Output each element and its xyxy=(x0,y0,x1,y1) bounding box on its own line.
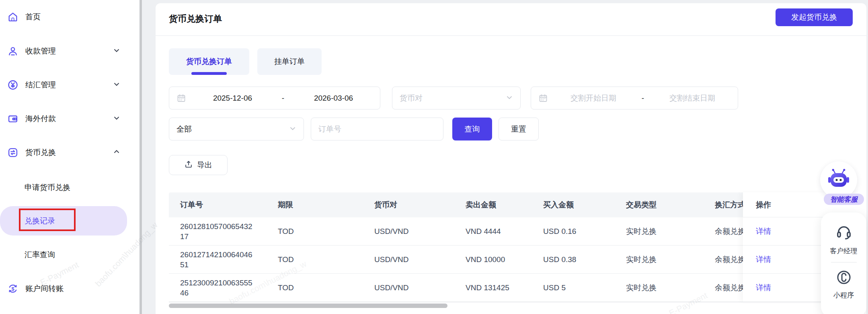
sidebar-subitem-apply-exchange[interactable]: 申请货币兑换 xyxy=(25,182,70,193)
order-number-field xyxy=(311,118,443,140)
order-date-start-value[interactable]: 2025-12-06 xyxy=(186,94,279,103)
detail-link[interactable]: 详情 xyxy=(756,254,771,265)
robot-icon xyxy=(827,168,850,192)
cell-order-no: 2601281057006543217 xyxy=(180,221,255,242)
cell-tenor: TOD xyxy=(278,227,294,236)
status-select-value: 全部 xyxy=(176,124,192,134)
sidebar-item-home[interactable]: 首页 xyxy=(0,7,140,27)
cell-order-no: 2601271421006404651 xyxy=(180,250,255,270)
main-panel: 货币兑换订单 发起货币兑换 货币兑换订单 挂单订单 2025-12-06 - 2… xyxy=(156,3,866,314)
table-bottom-border xyxy=(169,302,860,302)
export-icon xyxy=(184,160,193,171)
currency-exchange-page: E-Payment baofu.com\huadong_w baofu.com\… xyxy=(0,0,868,314)
yuan-circle-icon xyxy=(7,79,19,91)
wallet-icon xyxy=(7,113,19,125)
ai-service-label: 智能客服 xyxy=(830,195,858,204)
tab-pending-orders[interactable]: 挂单订单 xyxy=(257,48,322,75)
header-divider xyxy=(156,35,866,36)
settlement-date-range-picker[interactable]: 交割开始日期 - 交割结束日期 xyxy=(531,87,738,109)
start-exchange-button[interactable]: 发起货币兑换 xyxy=(776,8,853,26)
currency-pair-placeholder: 货币对 xyxy=(400,93,423,103)
account-manager-label: 客户经理 xyxy=(830,246,858,256)
detail-link[interactable]: 详情 xyxy=(756,226,771,237)
sidebar-item-account-transfer[interactable]: $ 账户间转账 xyxy=(0,279,140,298)
cell-trade-type: 实时兑换 xyxy=(626,226,657,237)
status-select[interactable]: 全部 xyxy=(169,118,304,140)
active-tab-underline xyxy=(191,72,227,75)
sidebar-item-label: 海外付款 xyxy=(25,114,56,124)
order-date-range-picker[interactable]: 2025-12-06 - 2026-03-06 xyxy=(169,87,380,109)
cell-order-no: 2512300921006355546 xyxy=(180,278,255,298)
transfer-icon: $ xyxy=(7,283,19,295)
reset-button[interactable]: 重置 xyxy=(499,118,539,140)
cell-sell: VND 10000 xyxy=(466,255,505,264)
cell-pair: USD/VND xyxy=(374,255,409,264)
col-order-no: 订单号 xyxy=(180,192,203,217)
settle-date-end-placeholder[interactable]: 交割结束日期 xyxy=(647,93,738,103)
sidebar-item-label: 货币兑换 xyxy=(25,147,56,158)
chevron-down-icon xyxy=(113,81,120,89)
col-tenor: 期限 xyxy=(278,192,293,217)
sidebar-subitem-rate-query[interactable]: 汇率查询 xyxy=(25,250,55,260)
sidebar: 首页 收款管理 结汇管理 xyxy=(0,0,140,314)
sidebar-item-label: 结汇管理 xyxy=(25,80,56,90)
chevron-down-icon xyxy=(289,125,296,134)
headset-icon xyxy=(835,223,853,243)
ai-service-badge[interactable]: 智能客服 xyxy=(824,194,864,205)
home-icon xyxy=(7,11,19,23)
detail-link[interactable]: 详情 xyxy=(756,283,771,293)
tab-currency-exchange-orders[interactable]: 货币兑换订单 xyxy=(169,48,249,75)
col-buy-amount: 买入金额 xyxy=(543,192,574,217)
user-icon xyxy=(7,45,19,57)
chevron-up-icon xyxy=(113,148,120,157)
chevron-down-icon xyxy=(506,94,513,103)
cell-fx-method: 余额兑换 xyxy=(715,254,745,265)
sidebar-item-label: 首页 xyxy=(25,12,41,22)
sidebar-item-overseas-payment[interactable]: 海外付款 xyxy=(0,109,140,128)
cell-pair: USD/VND xyxy=(374,283,409,292)
col-pair: 货币对 xyxy=(374,192,397,217)
calendar-icon xyxy=(176,93,186,103)
cell-sell: VND 131425 xyxy=(466,283,509,292)
cell-buy: USD 0.38 xyxy=(543,255,576,264)
cell-pair: USD/VND xyxy=(374,227,409,236)
col-sell-amount: 卖出金额 xyxy=(466,192,496,217)
export-label: 导出 xyxy=(197,160,212,170)
cell-sell: VND 4444 xyxy=(466,227,501,236)
col-action: 操作 xyxy=(756,192,771,217)
sidebar-scrollbar[interactable] xyxy=(140,0,142,314)
account-manager-button[interactable]: 客户经理 xyxy=(830,223,858,256)
chevron-down-icon xyxy=(113,47,120,56)
sidebar-item-collection[interactable]: 收款管理 xyxy=(0,41,140,61)
sidebar-item-settlement[interactable]: 结汇管理 xyxy=(0,75,140,95)
date-range-separator: - xyxy=(639,94,647,103)
support-panel: 客户经理 小程序 xyxy=(821,213,866,314)
cell-buy: USD 5 xyxy=(543,283,566,292)
ai-customer-service-button[interactable] xyxy=(820,161,857,198)
settle-date-start-placeholder[interactable]: 交割开始日期 xyxy=(548,93,639,103)
sidebar-item-label: 收款管理 xyxy=(25,46,56,56)
col-fx-method: 换汇方式 xyxy=(715,192,745,217)
calendar-icon xyxy=(538,93,548,103)
page-title: 货币兑换订单 xyxy=(169,13,222,25)
sidebar-item-currency-exchange[interactable]: 货币兑换 xyxy=(0,143,140,162)
miniprogram-button[interactable]: 小程序 xyxy=(833,269,854,300)
col-trade-type: 交易类型 xyxy=(626,192,657,217)
horizontal-scrollbar[interactable] xyxy=(169,304,447,308)
exchange-icon xyxy=(7,147,19,159)
panel-divider xyxy=(831,262,857,262)
export-button[interactable]: 导出 xyxy=(169,155,228,175)
red-highlight-annotation xyxy=(19,209,76,231)
cell-fx-method: 余额兑换 xyxy=(715,226,745,237)
search-button[interactable]: 查询 xyxy=(452,118,492,140)
currency-pair-select[interactable]: 货币对 xyxy=(392,87,521,109)
tab-label: 挂单订单 xyxy=(274,56,305,67)
order-date-end-value[interactable]: 2026-03-06 xyxy=(287,94,380,103)
orders-table: 订单号 期限 货币对 卖出金额 买入金额 交易类型 换汇方式 260128105… xyxy=(169,192,860,306)
order-number-input[interactable] xyxy=(311,118,443,140)
date-range-separator: - xyxy=(279,94,287,103)
cell-trade-type: 实时兑换 xyxy=(626,254,657,265)
cell-tenor: TOD xyxy=(278,283,294,292)
cell-tenor: TOD xyxy=(278,255,294,264)
sidebar-item-label: 账户间转账 xyxy=(25,283,64,294)
